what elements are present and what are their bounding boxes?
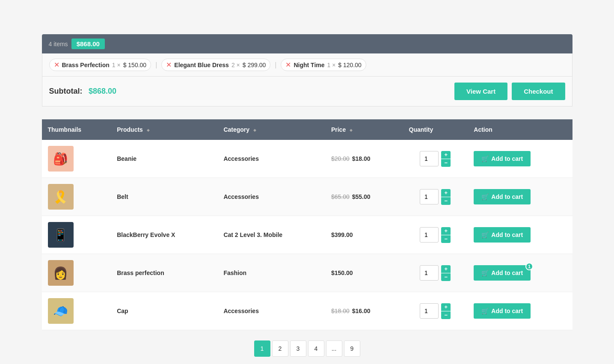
cart-badge: 1 <box>525 263 533 270</box>
product-thumbnail: 👩 <box>48 260 74 286</box>
add-to-cart-button[interactable]: 🛒 Add to cart 1 <box>474 265 531 281</box>
cart-item-qty: 1 × <box>112 62 121 68</box>
price-current: $16.00 <box>352 308 371 314</box>
thumb-cell: 📱 <box>42 216 111 254</box>
quantity-cell: + − <box>403 140 468 178</box>
quantity-cell: + − <box>403 178 468 216</box>
product-name-cell: Beanie <box>111 140 217 178</box>
price-cell: $20.00$18.00 <box>325 140 403 178</box>
cart-item-price: $ 299.00 <box>243 62 266 68</box>
pagination-page-2[interactable]: 2 <box>272 340 288 357</box>
remove-item-icon[interactable]: ✕ <box>54 61 59 69</box>
add-to-cart-label: Add to cart <box>491 155 523 162</box>
subtotal-label: Subtotal: <box>49 87 83 95</box>
category-name: Fashion <box>223 269 246 276</box>
add-to-cart-label: Add to cart <box>491 231 523 238</box>
cart-item-tag: ✕ Brass Perfection 1 × $ 150.00 <box>49 59 151 71</box>
cart-item-price: $ 120.00 <box>338 62 362 68</box>
col-thumbnails: Thumbnails <box>42 119 111 140</box>
pagination-page-3[interactable]: 3 <box>290 340 306 357</box>
category-name: Accessories <box>223 155 259 162</box>
table-row: 👩 Brass perfection Fashion $150.00 + − 🛒… <box>42 254 572 292</box>
product-thumbnail: 📱 <box>48 222 74 248</box>
quantity-cell: + − <box>403 216 468 254</box>
remove-item-icon[interactable]: ✕ <box>285 61 291 69</box>
add-to-cart-button[interactable]: 🛒 Add to cart <box>474 303 531 319</box>
add-to-cart-button[interactable]: 🛒 Add to cart <box>474 189 531 204</box>
remove-item-icon[interactable]: ✕ <box>166 61 172 69</box>
product-name: Beanie <box>117 155 136 162</box>
qty-increase-button[interactable]: + <box>441 303 451 311</box>
price-original: $20.00 <box>331 155 350 162</box>
qty-decrease-button[interactable]: − <box>441 159 451 167</box>
cart-item-name: Night Time <box>294 62 324 68</box>
qty-increase-button[interactable]: + <box>441 265 451 273</box>
page-wrapper: 4 items $868.00 ✕ Brass Perfection 1 × $… <box>33 0 581 364</box>
category-cell: Accessories <box>217 140 325 178</box>
cart-icon: 🛒 <box>481 231 489 238</box>
qty-controls: + − <box>441 227 451 243</box>
cart-icon: 🛒 <box>481 308 489 314</box>
quantity-input[interactable] <box>420 265 439 281</box>
thumb-cell: 🧢 <box>42 292 111 330</box>
checkout-button[interactable]: Checkout <box>512 83 565 100</box>
category-cell: Accessories <box>217 292 325 330</box>
cart-header: 4 items $868.00 <box>42 34 572 53</box>
cart-item-price: $ 150.00 <box>123 62 147 68</box>
qty-decrease-button[interactable]: − <box>441 311 451 319</box>
qty-controls: + − <box>441 151 451 167</box>
qty-increase-button[interactable]: + <box>441 189 451 197</box>
quantity-input[interactable] <box>420 151 439 166</box>
cart-items-bar: ✕ Brass Perfection 1 × $ 150.00 | ✕ Eleg… <box>42 53 572 77</box>
price-cell: $18.00$16.00 <box>325 292 403 330</box>
products-sort-icon[interactable]: ⬥ <box>146 126 150 133</box>
table-header-row: Thumbnails Products ⬥ Category ⬥ Price ⬥… <box>42 119 572 140</box>
subtotal-amount: $868.00 <box>89 87 116 95</box>
price-cell: $399.00 <box>325 216 403 254</box>
view-cart-button[interactable]: View Cart <box>454 83 507 100</box>
price-sort-icon[interactable]: ⬥ <box>349 126 353 133</box>
cart-item-tag: ✕ Elegant Blue Dress 2 × $ 299.00 <box>161 59 270 71</box>
col-price: Price ⬥ <box>325 119 403 140</box>
action-cell: 🛒 Add to cart <box>468 140 572 178</box>
pagination-page-9[interactable]: 9 <box>344 340 360 357</box>
cart-divider: | <box>155 61 157 69</box>
col-products: Products ⬥ <box>111 119 217 140</box>
cart-action-buttons: View Cart Checkout <box>454 83 565 100</box>
add-to-cart-button[interactable]: 🛒 Add to cart <box>474 227 531 243</box>
product-thumbnail: 🎗️ <box>48 184 74 210</box>
qty-decrease-button[interactable]: − <box>441 197 451 205</box>
pagination: 1234...9 <box>42 340 572 357</box>
cart-item-tag: ✕ Night Time 1 × $ 120.00 <box>281 59 366 71</box>
product-name: Belt <box>117 193 128 200</box>
qty-increase-button[interactable]: + <box>441 151 451 159</box>
qty-decrease-button[interactable]: − <box>441 273 451 281</box>
add-to-cart-button[interactable]: 🛒 Add to cart <box>474 151 531 166</box>
col-category: Category ⬥ <box>217 119 325 140</box>
category-name: Accessories <box>223 308 259 314</box>
product-table: Thumbnails Products ⬥ Category ⬥ Price ⬥… <box>42 119 572 330</box>
pagination-ellipsis[interactable]: ... <box>326 340 342 357</box>
col-quantity: Quantity <box>403 119 468 140</box>
cart-subtotal-bar: Subtotal: $868.00 View Cart Checkout <box>42 77 572 107</box>
pagination-page-4[interactable]: 4 <box>308 340 324 357</box>
product-name-cell: Cap <box>111 292 217 330</box>
price-original: $18.00 <box>331 308 350 314</box>
quantity-input[interactable] <box>420 303 439 319</box>
qty-decrease-button[interactable]: − <box>441 235 451 243</box>
pagination-page-1[interactable]: 1 <box>254 340 270 357</box>
price-cell: $150.00 <box>325 254 403 292</box>
price-only: $399.00 <box>331 231 353 238</box>
qty-controls: + − <box>441 303 451 319</box>
price-original: $65.00 <box>331 193 350 200</box>
quantity-input[interactable] <box>420 227 439 243</box>
category-cell: Cat 2 Level 3. Mobile <box>217 216 325 254</box>
qty-increase-button[interactable]: + <box>441 227 451 235</box>
cart-icon: 🛒 <box>481 155 489 162</box>
product-name: Cap <box>117 308 128 314</box>
quantity-input[interactable] <box>420 189 439 204</box>
action-cell: 🛒 Add to cart <box>468 178 572 216</box>
category-sort-icon[interactable]: ⬥ <box>253 126 256 133</box>
qty-controls: + − <box>441 265 451 281</box>
category-cell: Fashion <box>217 254 325 292</box>
